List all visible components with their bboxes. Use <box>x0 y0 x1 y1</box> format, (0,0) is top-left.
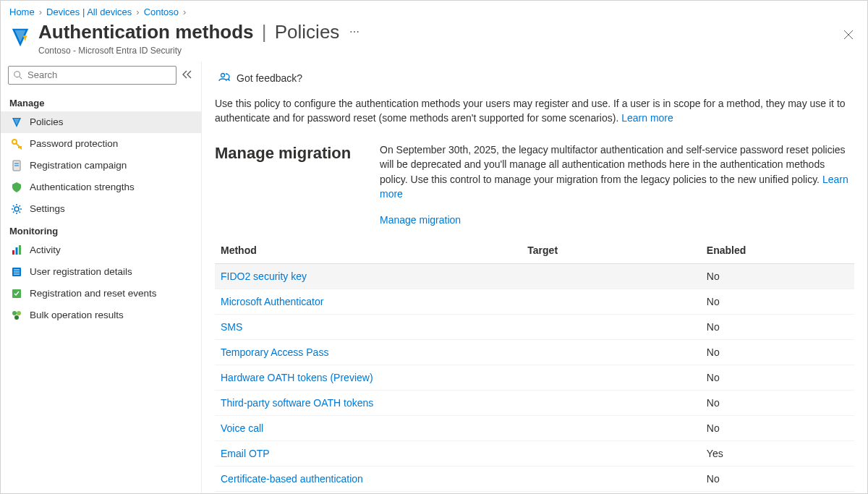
breadcrumb-home[interactable]: Home <box>9 7 35 17</box>
enabled-cell: Yes <box>701 441 854 467</box>
got-feedback-button[interactable]: Got feedback? <box>215 69 305 88</box>
svg-point-3 <box>14 71 20 77</box>
enabled-cell: No <box>701 340 854 365</box>
table-row[interactable]: Certificate-based authenticationNo <box>215 467 854 492</box>
enabled-cell: No <box>701 416 854 441</box>
target-cell <box>522 441 701 467</box>
svg-point-23 <box>221 73 225 77</box>
chevron-right-icon: › <box>183 7 186 17</box>
method-link[interactable]: Email OTP <box>221 448 270 459</box>
svg-point-22 <box>14 315 19 320</box>
events-icon <box>11 288 22 299</box>
sidebar: Manage Policies Password protection Regi… <box>1 61 202 493</box>
enabled-cell: No <box>701 365 854 391</box>
shield-check-icon <box>11 182 22 193</box>
method-link[interactable]: Certificate-based authentication <box>221 473 363 485</box>
table-row[interactable]: Temporary Access PassNo <box>215 340 854 365</box>
table-row[interactable]: Voice callNo <box>215 416 854 441</box>
sidebar-item-settings[interactable]: Settings <box>1 198 201 220</box>
close-icon <box>843 29 854 41</box>
sidebar-item-password-protection[interactable]: Password protection <box>1 133 201 155</box>
list-icon <box>11 266 22 278</box>
sidebar-item-label: Password protection <box>30 138 118 149</box>
authentication-methods-icon <box>9 26 31 48</box>
sidebar-item-label: Activity <box>30 244 61 255</box>
chevron-right-icon: › <box>136 7 139 17</box>
bulk-icon <box>11 310 22 321</box>
shield-icon <box>11 116 22 128</box>
sidebar-item-label: Authentication strengths <box>30 182 135 192</box>
migration-text: On September 30th, 2025, the legacy mult… <box>380 142 854 201</box>
sidebar-item-activity[interactable]: Activity <box>1 239 201 261</box>
method-link[interactable]: Third-party software OATH tokens <box>221 397 373 409</box>
sidebar-group-monitoring: Monitoring <box>1 220 201 239</box>
sidebar-group-manage: Manage <box>1 92 201 111</box>
sidebar-item-label: Registration campaign <box>30 160 127 171</box>
sidebar-item-label: Settings <box>30 203 65 214</box>
table-row[interactable]: Email OTPYes <box>215 441 854 467</box>
sidebar-item-label: Registration and reset events <box>30 288 157 299</box>
sidebar-item-bulk-operation-results[interactable]: Bulk operation results <box>1 305 201 326</box>
svg-rect-12 <box>12 250 14 255</box>
feedback-icon <box>218 72 231 85</box>
sidebar-item-registration-campaign[interactable]: Registration campaign <box>1 155 201 176</box>
target-cell <box>522 340 701 365</box>
target-cell <box>522 315 701 340</box>
sidebar-item-label: User registration details <box>30 266 132 277</box>
method-link[interactable]: SMS <box>221 321 242 333</box>
search-icon <box>13 70 23 80</box>
table-row[interactable]: Microsoft AuthenticatorNo <box>215 289 854 315</box>
intro-learn-more-link[interactable]: Learn more <box>621 112 673 124</box>
sidebar-item-policies[interactable]: Policies <box>1 111 201 133</box>
target-cell <box>522 264 701 289</box>
svg-rect-13 <box>16 247 18 255</box>
table-row[interactable]: Third-party software OATH tokensNo <box>215 391 854 416</box>
page-subtitle: Contoso - Microsoft Entra ID Security <box>38 46 362 56</box>
method-link[interactable]: Voice call <box>221 422 263 434</box>
svg-line-4 <box>20 76 22 79</box>
sidebar-item-registration-reset-events[interactable]: Registration and reset events <box>1 283 201 305</box>
close-button[interactable] <box>840 26 857 47</box>
sidebar-item-label: Bulk operation results <box>30 310 124 320</box>
chevron-double-left-icon <box>182 70 192 79</box>
sidebar-item-authentication-strengths[interactable]: Authentication strengths <box>1 176 201 198</box>
search-input[interactable] <box>26 69 171 81</box>
column-header-method[interactable]: Method <box>215 237 522 264</box>
enabled-cell: No <box>701 264 854 289</box>
document-icon <box>11 160 22 171</box>
table-row[interactable]: SMSNo <box>215 315 854 340</box>
intro-text: Use this policy to configure the authent… <box>215 96 854 126</box>
table-row[interactable]: Hardware OATH tokens (Preview)No <box>215 365 854 391</box>
target-cell <box>522 289 701 315</box>
command-bar: Got feedback? <box>215 66 854 96</box>
method-link[interactable]: FIDO2 security key <box>221 271 307 282</box>
key-icon <box>11 138 22 150</box>
enabled-cell: No <box>701 289 854 315</box>
svg-point-20 <box>12 311 17 315</box>
more-menu-button[interactable]: ⋯ <box>346 26 362 38</box>
column-header-enabled[interactable]: Enabled <box>701 237 854 264</box>
breadcrumb-devices[interactable]: Devices | All devices <box>46 7 132 17</box>
manage-migration-heading: Manage migration <box>215 142 357 226</box>
sidebar-item-label: Policies <box>30 116 64 127</box>
chevron-right-icon: › <box>39 7 42 17</box>
manage-migration-link[interactable]: Manage migration <box>380 214 461 226</box>
method-link[interactable]: Microsoft Authenticator <box>221 296 323 307</box>
sidebar-item-user-registration-details[interactable]: User registration details <box>1 261 201 283</box>
target-cell <box>522 416 701 441</box>
target-cell <box>522 391 701 416</box>
column-header-target[interactable]: Target <box>522 237 701 264</box>
enabled-cell: No <box>701 467 854 492</box>
collapse-sidebar-button[interactable] <box>181 69 194 82</box>
enabled-cell: No <box>701 315 854 340</box>
breadcrumb-tenant[interactable]: Contoso <box>144 7 179 17</box>
table-row[interactable]: FIDO2 security keyNo <box>215 264 854 289</box>
target-cell <box>522 365 701 391</box>
svg-point-21 <box>17 311 21 315</box>
method-link[interactable]: Hardware OATH tokens (Preview) <box>221 372 373 383</box>
enabled-cell: No <box>701 391 854 416</box>
search-input-wrapper[interactable] <box>8 66 176 85</box>
method-link[interactable]: Temporary Access Pass <box>221 346 328 358</box>
target-cell <box>522 467 701 492</box>
page-header: Authentication methods | Policies ⋯ Cont… <box>1 20 867 61</box>
